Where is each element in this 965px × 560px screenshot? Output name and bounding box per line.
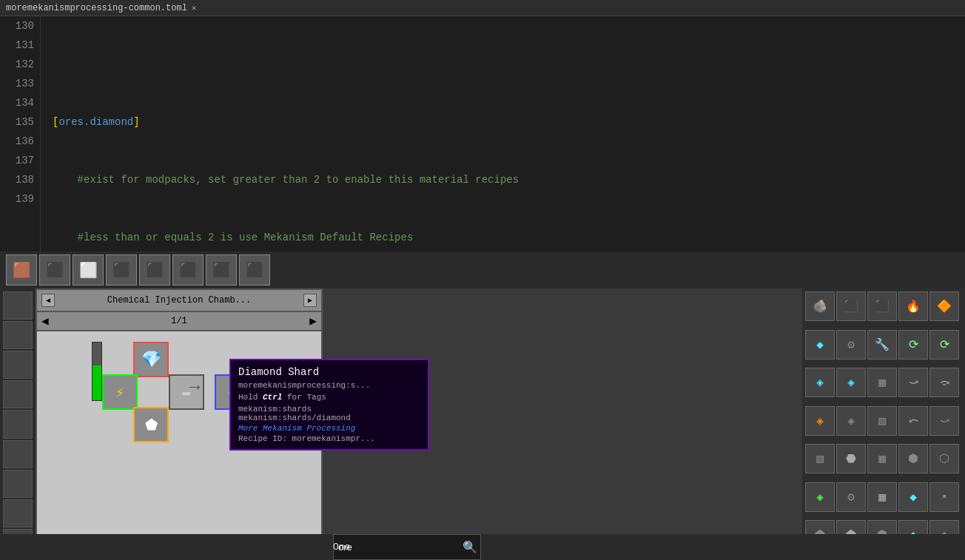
energy-bar	[92, 342, 102, 401]
cic-prev-button[interactable]: ◀	[41, 294, 55, 307]
title-bar: moremekanismprocessing-common.toml ✕	[0, 0, 965, 16]
grid-item-3[interactable]: ⬛	[867, 291, 897, 321]
grid-item-1[interactable]: 🪨	[805, 291, 835, 321]
scroll-slot-1[interactable]	[3, 291, 33, 320]
line-num-135: 135	[6, 112, 34, 132]
grid-item-4[interactable]: 🔥	[898, 291, 928, 321]
grid-item-21[interactable]: ▧	[805, 444, 835, 473]
grid-item-26[interactable]: ◈	[805, 482, 835, 512]
line-num-136: 136	[6, 132, 34, 151]
grid-item-29[interactable]: ◆	[898, 482, 928, 512]
code-editor: 130 131 132 133 134 135 136 137 138 139 …	[0, 16, 965, 252]
scroll-slot-7[interactable]	[3, 470, 33, 498]
cic-page-bar: ◀ 1/1 ▶	[37, 312, 321, 331]
scroll-slot-6[interactable]	[3, 440, 33, 468]
cic-page-prev-button[interactable]: ◀	[41, 314, 49, 328]
grid-item-11[interactable]: ◈	[805, 368, 835, 397]
grid-item-12[interactable]: ◈	[836, 368, 866, 397]
code-line-130	[53, 55, 953, 74]
hotbar-slot-5[interactable]: ⬛	[139, 254, 170, 286]
tooltip-ctrl-suffix: for Tags	[282, 393, 326, 402]
scroll-slot-3[interactable]	[3, 351, 33, 379]
grid-item-22[interactable]: ⬣	[836, 444, 866, 473]
code-line-131: [ores.diamond]	[53, 112, 953, 132]
filename-label: moremekanismprocessing-common.toml	[6, 3, 187, 13]
recipe-arrow: →	[189, 377, 200, 397]
one-label: One	[333, 542, 350, 553]
cic-page-label: 1/1	[49, 316, 310, 326]
hotbar: 🟫 ⬛ ⬜ ⬛ ⬛ ⬛ ⬛ ⬛	[0, 252, 965, 289]
left-scroll-area	[0, 289, 36, 560]
line-num-137: 137	[6, 151, 34, 170]
grid-item-24[interactable]: ⬢	[898, 444, 928, 473]
hotbar-slot-6[interactable]: ⬛	[172, 254, 204, 286]
line-num-139: 139	[6, 189, 34, 209]
tooltip-ctrl-text: Hold Ctrl for Tags	[238, 393, 420, 402]
tooltip-mod-name: More Mekanism Processing	[238, 424, 420, 433]
grid-item-28[interactable]: ▦	[867, 482, 897, 512]
grid-item-7[interactable]: ⚙	[836, 330, 866, 360]
grid-item-30[interactable]: ▪	[929, 482, 959, 512]
close-tab-button[interactable]: ✕	[192, 3, 197, 13]
grid-item-5[interactable]: 🔶	[929, 291, 959, 321]
line-num-131: 131	[6, 36, 34, 55]
tooltip-ctrl-key: Ctrl	[263, 393, 282, 402]
item-grid: 🪨 ⬛ ⬛ 🔥 🔶 ◆ ⚙ 🔧 ⟳ ⟳ ◈ ◈ ▦ ⤻ ⤼ ◈ ◈ ▨ ⤺ ⤻ …	[802, 289, 965, 560]
grid-item-25[interactable]: ⬡	[929, 444, 959, 473]
grid-item-17[interactable]: ◈	[836, 406, 866, 436]
grid-item-8[interactable]: 🔧	[867, 330, 897, 360]
hotbar-slot-7[interactable]: ⬛	[206, 254, 237, 286]
search-icon[interactable]: 🔍	[463, 540, 477, 555]
tooltip-tag1: mekanism:shards	[238, 405, 420, 414]
hotbar-slot-1[interactable]: 🟫	[6, 254, 37, 286]
grid-item-16[interactable]: ◈	[805, 406, 835, 436]
recipe-slot-bottom[interactable]: ⬟	[133, 407, 169, 442]
scroll-slot-4[interactable]	[3, 380, 33, 408]
line-num-134: 134	[6, 93, 34, 112]
grid-item-9[interactable]: ⟳	[898, 330, 928, 360]
line-num-138: 138	[6, 170, 34, 189]
tooltip-tag2: mekanism:shards/diamond	[238, 414, 420, 422]
bottom-bar: 🔍 One	[0, 534, 965, 560]
scroll-slot-5[interactable]	[3, 410, 33, 438]
cic-page-next-button[interactable]: ▶	[309, 314, 317, 328]
hotbar-slot-2[interactable]: ⬛	[39, 254, 70, 286]
recipe-slot-input-top[interactable]: 💎	[133, 342, 169, 377]
scroll-slot-2[interactable]	[3, 321, 33, 349]
tooltip-item-title: Diamond Shard	[238, 366, 420, 378]
grid-item-14[interactable]: ⤻	[898, 368, 928, 397]
game-area: 🟫 ⬛ ⬜ ⬛ ⬛ ⬛ ⬛ ⬛ ◀ Chemical Injection Cha…	[0, 252, 965, 560]
grid-item-15[interactable]: ⤼	[929, 368, 959, 397]
grid-item-23[interactable]: ▦	[867, 444, 897, 473]
grid-item-6[interactable]: ◆	[805, 330, 835, 360]
energy-fill	[93, 365, 101, 400]
cic-title-label: Chemical Injection Chamb...	[55, 295, 303, 306]
grid-item-2[interactable]: ⬛	[836, 291, 866, 321]
search-bar: 🔍	[333, 534, 481, 560]
line-num-132: 132	[6, 55, 34, 74]
grid-item-19[interactable]: ⤺	[898, 406, 928, 436]
search-input[interactable]	[338, 542, 463, 553]
cic-next-button[interactable]: ▶	[303, 294, 317, 307]
cic-header: ◀ Chemical Injection Chamb... ▶	[37, 290, 321, 312]
grid-item-10[interactable]: ⟳	[929, 330, 959, 360]
grid-item-27[interactable]: ⚙	[836, 482, 866, 512]
tooltip-ctrl-prefix: Hold	[238, 393, 263, 402]
hotbar-slot-4[interactable]: ⬛	[106, 254, 137, 286]
line-num-133: 133	[6, 74, 34, 93]
tooltip-item-id: moremekanismprocessing:s...	[238, 381, 420, 390]
grid-item-18[interactable]: ▨	[867, 406, 897, 436]
line-numbers: 130 131 132 133 134 135 136 137 138 139	[0, 16, 41, 252]
scroll-slot-8[interactable]	[3, 499, 33, 527]
tooltip-recipe-id: Recipe ID: moremekanismpr...	[238, 434, 420, 443]
line-num-130: 130	[6, 16, 34, 36]
grid-item-13[interactable]: ▦	[867, 368, 897, 397]
recipe-slot-energy[interactable]: ⚡	[102, 374, 138, 410]
hotbar-slot-3[interactable]: ⬜	[73, 254, 104, 286]
code-line-133: #less than or equals 2 is use Mekanism D…	[53, 228, 953, 247]
code-content[interactable]: [ores.diamond] #exist for modpacks, set …	[41, 16, 965, 252]
code-line-132: #exist for modpacks, set greater than 2 …	[53, 170, 953, 189]
hotbar-slot-8[interactable]: ⬛	[239, 254, 270, 286]
tooltip-popup: Diamond Shard moremekanismprocessing:s..…	[229, 359, 429, 451]
grid-item-20[interactable]: ⤻	[929, 406, 959, 436]
